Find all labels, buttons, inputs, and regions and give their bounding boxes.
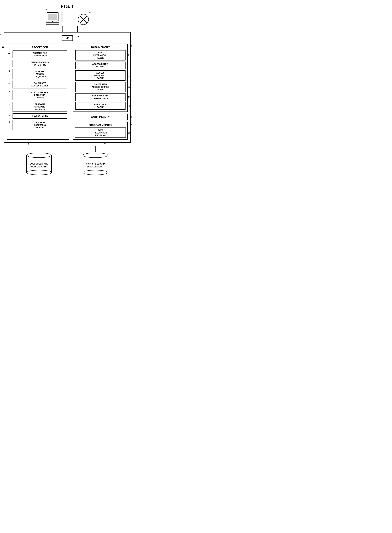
num27-label: 27 [130,116,132,118]
table-file-group: FILE GROUPTABLE [75,102,126,110]
num29-label: 29 [128,131,131,134]
table-access-date: ACCESS DATE &TIME TABLE [75,62,126,69]
num23-label: 23 [128,74,131,77]
cylinder-high-speed: 30 HIGH-SPEED ANDLOW-CAPACITY [83,146,108,175]
num13-label: 13 [7,61,10,63]
num1-label: 1 [89,10,90,13]
num30-label: 30 [104,143,106,145]
work-memory-block: WORK MEMORY 27 [73,114,128,120]
num31-label: 31 [28,143,31,145]
proc-item-5: PERFORMGROUPINGPROCESS [13,102,67,112]
num21-label: 21 [128,54,131,57]
main-container: 10 I/F 39 11 PROCESSOR 12 ACQUIRE FILEIN… [4,32,131,143]
processor-block: 11 PROCESSOR 12 ACQUIRE FILEINFORMATION … [7,44,69,140]
data-relocation-program: DATARELOCATIONPROGRAM [75,127,126,138]
keyboard [46,22,59,24]
num10-label: 10 [0,34,1,37]
cylinder-low-speed: 31 LOW-SPEED ANDHIGH-CAPACITY [26,146,52,175]
processor-title: PROCESSOR [13,46,67,49]
cyl-left-label: LOW-SPEED ANDHIGH-CAPACITY [30,162,48,168]
proc-item-3: CALCULATEACCESS DEGREE [13,81,67,88]
cyl-right-label: HIGH-SPEED ANDLOW-CAPACITY [86,162,105,168]
num11-label: 11 [2,45,4,48]
table-file-info: FILEINFORMATIONTABLE [75,50,126,60]
page-title: FIG. 1 [61,4,74,9]
num15-label: 15 [7,82,10,84]
num2-label: 2 [46,8,47,11]
num28-label: 28 [130,123,132,126]
network-icon: 1 [78,14,89,25]
num19-label: 19 [7,121,10,124]
proc-item-6: RELOCATE FILE [13,113,67,118]
num26-label: 26 [128,105,131,107]
tower [60,12,63,22]
num14-label: 14 [7,70,10,72]
proc-item-2: ACQUIREACCESSFREQUENCY [13,69,67,79]
num39-label: 39 [76,35,79,38]
num24-label: 24 [128,86,131,88]
num16-label: 16 [7,91,10,93]
num22-label: 22 [128,64,131,67]
proc-item-7: PERFORMACCESSINGPROCESS [13,120,67,130]
data-memory-title: DATA MEMORY [75,46,126,49]
computer-icon: 2 [46,12,63,25]
program-memory-title: PROGRAM MEMORY [75,124,126,126]
program-memory-block: 28 PROGRAM MEMORY 29 DATARELOCATIONPROGR… [73,122,128,140]
num25-label: 25 [128,96,131,98]
proc-item-0: ACQUIRE FILEINFORMATION [13,51,67,58]
table-file-similarity: FILE SIMILARITYDEGREE TABLE [75,93,126,101]
num17-label: 17 [7,103,10,105]
num18-label: 18 [7,114,10,117]
proc-item-1: MANAGE ACCESSDATE & TIME [13,60,67,68]
proc-item-4: CALCULATE FILESIMILARITYDEGREE [13,90,67,100]
data-memory-block: 20 DATA MEMORY 21 FILEINFORMATIONTABLE 2… [73,44,128,112]
table-access-freq: ACCESSFREQUENCYTABLE [75,70,126,81]
monitor [47,12,58,21]
num20-label: 20 [130,45,132,48]
num12-label: 12 [7,51,10,54]
table-calibrated: CALIBRATEDACCESS DEGREETABLE [75,82,126,92]
